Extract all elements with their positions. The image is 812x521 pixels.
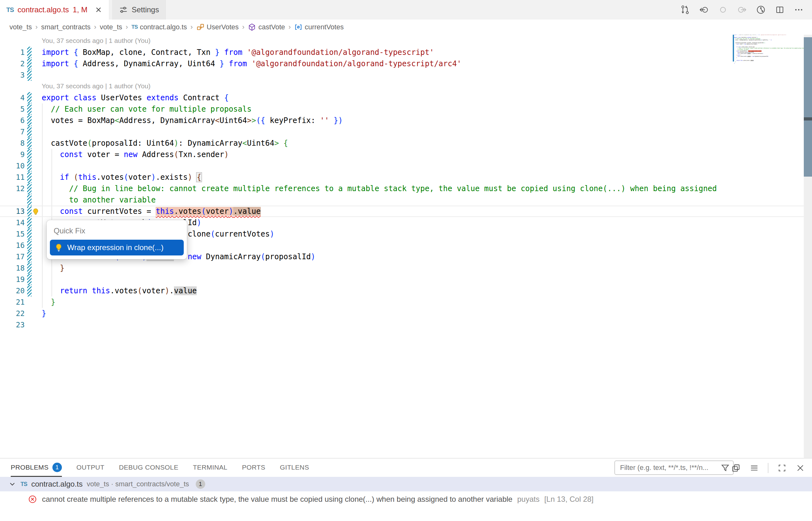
split-editor-icon[interactable] xyxy=(775,5,785,15)
code-line[interactable]: to another variable xyxy=(0,194,812,206)
breadcrumb-file[interactable]: TS contract.algo.ts xyxy=(131,23,187,31)
panel-tab-output[interactable]: OUTPUT xyxy=(77,459,105,477)
line-number[interactable]: 16 xyxy=(0,240,25,251)
panel-tab-gitlens[interactable]: GITLENS xyxy=(280,459,309,477)
tab-settings[interactable]: Settings xyxy=(112,0,166,20)
line-number[interactable] xyxy=(0,194,25,206)
modified-gutter-indicator xyxy=(27,274,31,285)
view-as-list-icon[interactable] xyxy=(749,463,759,473)
panel-tab-ports[interactable]: PORTS xyxy=(242,459,265,477)
line-number[interactable]: 15 xyxy=(0,228,25,240)
line-number[interactable]: 21 xyxy=(0,296,25,308)
code-line[interactable]: 3 xyxy=(0,69,812,81)
line-number[interactable]: 19 xyxy=(0,274,25,285)
panel-tab-terminal[interactable]: TERMINAL xyxy=(193,459,227,477)
problems-count-badge: 1 xyxy=(52,463,62,472)
code-line[interactable]: 23 xyxy=(0,319,812,331)
editor-scrollbar[interactable] xyxy=(804,35,812,458)
line-number[interactable]: 9 xyxy=(0,149,25,160)
compare-changes-icon[interactable] xyxy=(680,5,690,15)
panel-tab-debug-console[interactable]: DEBUG CONSOLE xyxy=(119,459,178,477)
glyph-margin xyxy=(31,206,41,216)
problems-error-row[interactable]: cannot create multiple references to a m… xyxy=(0,491,812,507)
code-editor[interactable]: You, 37 seconds ago | 1 author (You)1imp… xyxy=(0,35,812,458)
code-line[interactable]: 9 const voter = new Address(Txn.sender) xyxy=(0,149,812,160)
modified-gutter-indicator xyxy=(27,206,31,216)
error-icon xyxy=(28,495,37,504)
maximize-panel-icon[interactable] xyxy=(777,463,787,473)
code-line[interactable]: 7 xyxy=(0,126,812,137)
modified-gutter-indicator xyxy=(27,104,31,115)
run-commit-graph-icon[interactable] xyxy=(756,5,766,15)
line-number[interactable]: 17 xyxy=(0,251,25,263)
code-line[interactable]: 2import { Address, DynamicArray, Uint64 … xyxy=(0,58,812,69)
quick-fix-action-wrap-in-clone[interactable]: Wrap expression in clone(...) xyxy=(50,240,184,255)
code-line[interactable]: 10 xyxy=(0,160,812,172)
line-number[interactable]: 14 xyxy=(0,217,25,228)
code-line[interactable]: 20 return this.votes(voter).value xyxy=(0,285,812,296)
problems-file-path: vote_ts · smart_contracts/vote_ts xyxy=(87,480,189,488)
problems-filter-input[interactable] xyxy=(619,463,721,472)
breadcrumb-symbol-variable[interactable]: currentVotes xyxy=(294,23,344,31)
line-number[interactable]: 5 xyxy=(0,104,25,115)
blame-annotation[interactable]: You, 37 seconds ago | 1 author (You) xyxy=(0,81,812,92)
tab-decoration-problems-modified: 1, M xyxy=(72,5,87,14)
modified-gutter-indicator xyxy=(27,149,31,160)
panel-tab-problems[interactable]: PROBLEMS 1 xyxy=(11,459,62,477)
line-number[interactable]: 10 xyxy=(0,160,25,172)
code-line[interactable]: 18 } xyxy=(0,263,812,274)
line-number[interactable]: 2 xyxy=(0,58,25,69)
code-line[interactable]: 12 // Bug in line below: cannot create m… xyxy=(0,183,812,194)
line-number[interactable]: 11 xyxy=(0,172,25,183)
close-panel-icon[interactable] xyxy=(796,463,805,473)
problems-file-row[interactable]: TS contract.algo.ts vote_ts · smart_cont… xyxy=(0,477,812,491)
filter-funnel-icon[interactable] xyxy=(721,463,730,472)
tab-contract-algo-ts[interactable]: TS contract.algo.ts 1, M xyxy=(0,0,109,20)
line-number[interactable]: 4 xyxy=(0,92,25,104)
line-number[interactable]: 23 xyxy=(0,319,25,331)
modified-gutter-indicator xyxy=(27,240,31,251)
go-back-icon[interactable] xyxy=(699,5,709,15)
more-actions-icon[interactable] xyxy=(794,5,804,15)
glyph-margin xyxy=(31,69,41,81)
modified-gutter-indicator xyxy=(27,308,31,319)
code-line[interactable]: 1import { BoxMap, clone, Contract, Txn }… xyxy=(0,47,812,58)
line-number[interactable]: 1 xyxy=(0,47,25,58)
line-number[interactable]: 20 xyxy=(0,285,25,296)
blame-annotation[interactable]: You, 37 seconds ago | 1 author (You) xyxy=(0,35,812,47)
chevron-down-icon[interactable] xyxy=(8,480,16,488)
breadcrumb-folder[interactable]: vote_ts xyxy=(100,23,122,31)
view-mode-icon[interactable] xyxy=(731,463,741,473)
minimap[interactable]: import { BoxMap, clone, Contract, Txn } … xyxy=(734,35,807,65)
scrollbar-thumb[interactable] xyxy=(804,37,812,177)
line-number[interactable]: 7 xyxy=(0,126,25,137)
code-line[interactable]: 8 castVote(proposalId: Uint64): DynamicA… xyxy=(0,137,812,149)
code-line[interactable]: 19 xyxy=(0,274,812,285)
code-line[interactable]: 22} xyxy=(0,308,812,319)
breadcrumb-symbol-method[interactable]: castVote xyxy=(248,23,285,31)
code-line[interactable]: 5 // Each user can vote for multiple pro… xyxy=(0,104,812,115)
line-number[interactable]: 13 xyxy=(0,206,25,216)
glyph-margin xyxy=(31,115,41,126)
breadcrumb-folder[interactable]: smart_contracts xyxy=(41,23,91,31)
line-number[interactable]: 6 xyxy=(0,115,25,126)
code-line[interactable]: 13 const currentVotes = this.votes(voter… xyxy=(0,206,812,217)
code-line[interactable]: 4export class UserVotes extends Contract… xyxy=(0,92,812,104)
line-number[interactable]: 3 xyxy=(0,69,25,81)
panel-tab-bar: PROBLEMS 1 OUTPUT DEBUG CONSOLE TERMINAL… xyxy=(0,458,812,477)
breadcrumb-symbol-class[interactable]: UserVotes xyxy=(196,23,239,31)
line-number[interactable]: 22 xyxy=(0,308,25,319)
glyph-margin xyxy=(31,251,41,263)
code-line[interactable]: 6 votes = BoxMap<Address, DynamicArray<U… xyxy=(0,115,812,126)
line-number[interactable]: 18 xyxy=(0,263,25,274)
close-tab-icon[interactable] xyxy=(94,6,103,14)
modified-gutter-indicator xyxy=(27,217,31,228)
code-rows: You, 37 seconds ago | 1 author (You)1imp… xyxy=(0,35,812,331)
code-line[interactable]: 21 } xyxy=(0,296,812,308)
line-number[interactable]: 12 xyxy=(0,183,25,194)
code-line[interactable]: 11 if (this.votes(voter).exists) { xyxy=(0,172,812,183)
breadcrumb-folder[interactable]: vote_ts xyxy=(9,23,32,31)
line-number[interactable]: 8 xyxy=(0,137,25,149)
modified-gutter-indicator xyxy=(27,172,31,183)
lightbulb-icon[interactable] xyxy=(31,208,40,216)
